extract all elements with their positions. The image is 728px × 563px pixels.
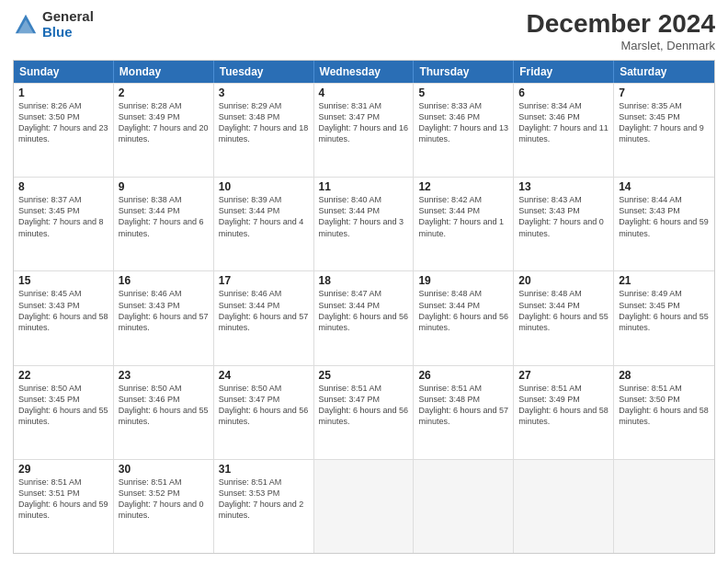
calendar-cell: 12Sunrise: 8:42 AMSunset: 3:44 PMDayligh… xyxy=(414,178,514,270)
logo-icon xyxy=(13,12,39,38)
cell-info: Sunrise: 8:43 AMSunset: 3:43 PMDaylight:… xyxy=(518,194,609,239)
cell-info: Sunrise: 8:50 AMSunset: 3:46 PMDaylight:… xyxy=(119,383,209,428)
cell-day-number: 25 xyxy=(319,369,409,382)
cell-info: Sunrise: 8:37 AMSunset: 3:45 PMDaylight:… xyxy=(18,194,108,239)
week-row-4: 22Sunrise: 8:50 AMSunset: 3:45 PMDayligh… xyxy=(14,365,714,459)
cell-info: Sunrise: 8:42 AMSunset: 3:44 PMDaylight:… xyxy=(418,194,508,239)
page: General Blue December 2024 Marslet, Denm… xyxy=(0,0,728,563)
calendar-body: 1Sunrise: 8:26 AMSunset: 3:50 PMDaylight… xyxy=(14,83,714,553)
title-block: December 2024 Marslet, Denmark xyxy=(527,9,715,52)
calendar-cell: 9Sunrise: 8:38 AMSunset: 3:44 PMDaylight… xyxy=(114,178,214,270)
calendar-cell: 10Sunrise: 8:39 AMSunset: 3:44 PMDayligh… xyxy=(214,178,314,270)
cell-info: Sunrise: 8:33 AMSunset: 3:46 PMDaylight:… xyxy=(418,100,508,145)
cell-day-number: 29 xyxy=(18,463,108,476)
cell-day-number: 31 xyxy=(219,463,309,476)
cell-day-number: 11 xyxy=(319,180,409,193)
calendar-cell xyxy=(614,460,714,553)
cell-day-number: 14 xyxy=(619,180,710,193)
calendar-cell: 28Sunrise: 8:51 AMSunset: 3:50 PMDayligh… xyxy=(614,366,714,459)
logo-blue-text: Blue xyxy=(42,25,94,40)
cell-info: Sunrise: 8:51 AMSunset: 3:50 PMDaylight:… xyxy=(619,383,710,428)
calendar-cell: 18Sunrise: 8:47 AMSunset: 3:44 PMDayligh… xyxy=(314,271,415,364)
calendar-cell: 5Sunrise: 8:33 AMSunset: 3:46 PMDaylight… xyxy=(414,84,514,177)
cell-info: Sunrise: 8:51 AMSunset: 3:52 PMDaylight:… xyxy=(119,477,209,522)
calendar-header: Sunday Monday Tuesday Wednesday Thursday… xyxy=(14,61,714,83)
calendar-cell: 16Sunrise: 8:46 AMSunset: 3:43 PMDayligh… xyxy=(114,271,214,364)
cell-day-number: 4 xyxy=(319,86,409,99)
cell-info: Sunrise: 8:45 AMSunset: 3:43 PMDaylight:… xyxy=(18,288,108,333)
cell-info: Sunrise: 8:46 AMSunset: 3:43 PMDaylight:… xyxy=(119,288,209,333)
cell-day-number: 10 xyxy=(219,180,309,193)
calendar-cell: 15Sunrise: 8:45 AMSunset: 3:43 PMDayligh… xyxy=(14,271,114,364)
cell-info: Sunrise: 8:51 AMSunset: 3:48 PMDaylight:… xyxy=(418,383,508,428)
calendar-cell: 7Sunrise: 8:35 AMSunset: 3:45 PMDaylight… xyxy=(614,84,714,177)
cell-day-number: 1 xyxy=(18,86,108,99)
calendar-cell: 14Sunrise: 8:44 AMSunset: 3:43 PMDayligh… xyxy=(614,178,714,270)
cell-info: Sunrise: 8:39 AMSunset: 3:44 PMDaylight:… xyxy=(219,194,309,239)
cell-info: Sunrise: 8:28 AMSunset: 3:49 PMDaylight:… xyxy=(119,100,209,145)
cell-info: Sunrise: 8:38 AMSunset: 3:44 PMDaylight:… xyxy=(119,194,209,239)
calendar-cell: 8Sunrise: 8:37 AMSunset: 3:45 PMDaylight… xyxy=(14,178,114,270)
cell-day-number: 30 xyxy=(119,463,209,476)
cell-info: Sunrise: 8:35 AMSunset: 3:45 PMDaylight:… xyxy=(619,100,710,145)
calendar-cell: 1Sunrise: 8:26 AMSunset: 3:50 PMDaylight… xyxy=(14,84,114,177)
cell-info: Sunrise: 8:29 AMSunset: 3:48 PMDaylight:… xyxy=(219,100,309,145)
header-sunday: Sunday xyxy=(14,61,114,83)
cell-info: Sunrise: 8:48 AMSunset: 3:44 PMDaylight:… xyxy=(518,288,609,333)
header-friday: Friday xyxy=(514,61,614,83)
cell-day-number: 13 xyxy=(518,180,609,193)
calendar-cell: 21Sunrise: 8:49 AMSunset: 3:45 PMDayligh… xyxy=(614,271,714,364)
week-row-3: 15Sunrise: 8:45 AMSunset: 3:43 PMDayligh… xyxy=(14,270,714,364)
cell-day-number: 22 xyxy=(18,369,108,382)
cell-day-number: 15 xyxy=(18,274,108,287)
calendar-cell: 19Sunrise: 8:48 AMSunset: 3:44 PMDayligh… xyxy=(414,271,514,364)
calendar-cell xyxy=(514,460,614,553)
cell-day-number: 28 xyxy=(619,369,710,382)
week-row-5: 29Sunrise: 8:51 AMSunset: 3:51 PMDayligh… xyxy=(14,459,714,553)
calendar-cell: 26Sunrise: 8:51 AMSunset: 3:48 PMDayligh… xyxy=(414,366,514,459)
cell-info: Sunrise: 8:49 AMSunset: 3:45 PMDaylight:… xyxy=(619,288,710,333)
cell-info: Sunrise: 8:51 AMSunset: 3:51 PMDaylight:… xyxy=(18,477,108,522)
header: General Blue December 2024 Marslet, Denm… xyxy=(13,9,715,52)
cell-info: Sunrise: 8:48 AMSunset: 3:44 PMDaylight:… xyxy=(418,288,508,333)
cell-day-number: 5 xyxy=(418,86,508,99)
cell-day-number: 23 xyxy=(119,369,209,382)
cell-day-number: 8 xyxy=(18,180,108,193)
calendar: Sunday Monday Tuesday Wednesday Thursday… xyxy=(13,60,715,554)
title-location: Marslet, Denmark xyxy=(527,39,715,52)
header-tuesday: Tuesday xyxy=(214,61,314,83)
cell-day-number: 17 xyxy=(219,274,309,287)
calendar-cell: 4Sunrise: 8:31 AMSunset: 3:47 PMDaylight… xyxy=(314,84,415,177)
calendar-cell: 13Sunrise: 8:43 AMSunset: 3:43 PMDayligh… xyxy=(514,178,614,270)
calendar-cell: 6Sunrise: 8:34 AMSunset: 3:46 PMDaylight… xyxy=(514,84,614,177)
cell-info: Sunrise: 8:50 AMSunset: 3:45 PMDaylight:… xyxy=(18,383,108,428)
calendar-cell: 23Sunrise: 8:50 AMSunset: 3:46 PMDayligh… xyxy=(114,366,214,459)
cell-day-number: 20 xyxy=(518,274,609,287)
header-saturday: Saturday xyxy=(614,61,714,83)
cell-day-number: 9 xyxy=(119,180,209,193)
cell-info: Sunrise: 8:44 AMSunset: 3:43 PMDaylight:… xyxy=(619,194,710,239)
cell-day-number: 24 xyxy=(219,369,309,382)
cell-day-number: 27 xyxy=(518,369,609,382)
cell-day-number: 18 xyxy=(319,274,409,287)
cell-info: Sunrise: 8:51 AMSunset: 3:53 PMDaylight:… xyxy=(219,477,309,522)
cell-day-number: 3 xyxy=(219,86,309,99)
cell-day-number: 16 xyxy=(119,274,209,287)
cell-info: Sunrise: 8:34 AMSunset: 3:46 PMDaylight:… xyxy=(518,100,609,145)
calendar-cell: 25Sunrise: 8:51 AMSunset: 3:47 PMDayligh… xyxy=(314,366,415,459)
week-row-1: 1Sunrise: 8:26 AMSunset: 3:50 PMDaylight… xyxy=(14,83,714,177)
cell-day-number: 6 xyxy=(518,86,609,99)
calendar-cell: 3Sunrise: 8:29 AMSunset: 3:48 PMDaylight… xyxy=(214,84,314,177)
cell-info: Sunrise: 8:31 AMSunset: 3:47 PMDaylight:… xyxy=(319,100,409,145)
cell-day-number: 7 xyxy=(619,86,710,99)
cell-info: Sunrise: 8:26 AMSunset: 3:50 PMDaylight:… xyxy=(18,100,108,145)
logo: General Blue xyxy=(13,9,94,40)
title-month: December 2024 xyxy=(527,9,715,39)
calendar-cell: 24Sunrise: 8:50 AMSunset: 3:47 PMDayligh… xyxy=(214,366,314,459)
cell-day-number: 2 xyxy=(119,86,209,99)
week-row-2: 8Sunrise: 8:37 AMSunset: 3:45 PMDaylight… xyxy=(14,177,714,270)
calendar-cell: 17Sunrise: 8:46 AMSunset: 3:44 PMDayligh… xyxy=(214,271,314,364)
calendar-cell xyxy=(414,460,514,553)
calendar-cell: 31Sunrise: 8:51 AMSunset: 3:53 PMDayligh… xyxy=(214,460,314,553)
cell-info: Sunrise: 8:47 AMSunset: 3:44 PMDaylight:… xyxy=(319,288,409,333)
